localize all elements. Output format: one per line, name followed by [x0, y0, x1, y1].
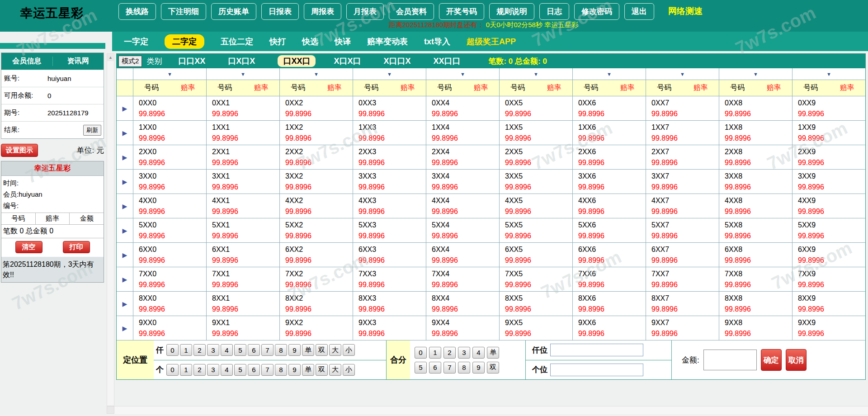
tab-6[interactable]: 赔率变动表 — [367, 36, 408, 47]
bet-cell-9XX4[interactable]: 9XX499.8996 — [426, 316, 500, 340]
bet-cell-5XX0[interactable]: 5XX099.8996 — [133, 218, 207, 242]
pos-key-个-2[interactable]: 2 — [193, 364, 206, 376]
set-image-button[interactable]: 设置图示 — [1, 144, 38, 157]
column-filter-dropdown[interactable]: ▼ — [719, 68, 793, 80]
bet-cell-7XX7[interactable]: 7XX799.8996 — [646, 267, 719, 291]
countdown-suffix-link[interactable]: 幸运五星彩 — [544, 21, 578, 28]
bet-cell-3XX5[interactable]: 3XX599.8996 — [500, 170, 573, 194]
row-expand-icon[interactable]: ▶ — [123, 325, 127, 332]
sum-key-双[interactable]: 双 — [487, 362, 499, 373]
bet-cell-3XX4[interactable]: 3XX499.8996 — [426, 170, 500, 194]
sum-key-3[interactable]: 3 — [458, 347, 470, 359]
bet-cell-0XX6[interactable]: 0XX699.8996 — [573, 96, 646, 120]
row-expand-cell[interactable]: ▶ — [117, 170, 133, 194]
pos-key-个-8[interactable]: 8 — [275, 364, 287, 376]
pos-key-仟-7[interactable]: 7 — [261, 344, 274, 356]
bet-cell-1XX9[interactable]: 1XX999.8996 — [793, 121, 865, 145]
amount-input[interactable] — [703, 350, 757, 370]
position-input-0[interactable] — [550, 344, 643, 356]
bet-cell-9XX5[interactable]: 9XX599.8996 — [500, 316, 573, 340]
bet-cell-6XX1[interactable]: 6XX199.8996 — [207, 243, 280, 267]
column-filter-dropdown[interactable]: ▼ — [207, 68, 280, 80]
bet-cell-0XX8[interactable]: 0XX899.8996 — [719, 96, 793, 120]
bet-cell-5XX4[interactable]: 5XX499.8996 — [426, 218, 500, 242]
sum-key-5[interactable]: 5 — [415, 362, 427, 373]
bet-cell-1XX1[interactable]: 1XX199.8996 — [207, 121, 280, 145]
tab-4[interactable]: 快选 — [302, 36, 318, 47]
column-filter-dropdown[interactable]: ▼ — [793, 68, 865, 80]
bet-cell-9XX2[interactable]: 9XX299.8996 — [280, 316, 353, 340]
bet-cell-4XX5[interactable]: 4XX599.8996 — [500, 194, 573, 218]
column-filter-dropdown[interactable]: ▼ — [280, 68, 353, 80]
sum-key-0[interactable]: 0 — [415, 347, 427, 359]
confirm-button[interactable]: 确定 — [761, 349, 782, 371]
pos-key-个-5[interactable]: 5 — [234, 364, 246, 376]
bet-cell-2XX3[interactable]: 2XX399.8996 — [353, 145, 426, 169]
mode-button[interactable]: 模式2 — [118, 56, 142, 67]
pos-key-仟-9[interactable]: 9 — [288, 344, 301, 356]
bet-cell-6XX8[interactable]: 6XX899.8996 — [719, 243, 793, 267]
bet-cell-7XX2[interactable]: 7XX299.8996 — [280, 267, 353, 291]
category-tab-5[interactable]: XX口口 — [433, 57, 460, 66]
pos-key-个-1[interactable]: 1 — [180, 364, 192, 376]
row-expand-icon[interactable]: ▶ — [123, 300, 127, 307]
bet-cell-6XX2[interactable]: 6XX299.8996 — [280, 243, 353, 267]
bet-cell-7XX5[interactable]: 7XX599.8996 — [500, 267, 573, 291]
pos-key-个-大[interactable]: 大 — [329, 364, 341, 376]
bet-cell-6XX4[interactable]: 6XX499.8996 — [426, 243, 500, 267]
nav-button-2[interactable]: 历史账单 — [211, 3, 256, 20]
pos-key-仟-6[interactable]: 6 — [248, 344, 260, 356]
pos-key-个-3[interactable]: 3 — [207, 364, 219, 376]
nav-button-3[interactable]: 日报表 — [261, 3, 299, 20]
sum-key-4[interactable]: 4 — [472, 347, 485, 359]
bet-cell-7XX4[interactable]: 7XX499.8996 — [426, 267, 500, 291]
row-expand-cell[interactable]: ▶ — [117, 145, 133, 169]
bet-cell-1XX8[interactable]: 1XX899.8996 — [719, 121, 793, 145]
bet-cell-3XX9[interactable]: 3XX999.8996 — [793, 170, 865, 194]
row-expand-cell[interactable]: ▶ — [117, 121, 133, 145]
tab-7[interactable]: txt导入 — [424, 36, 450, 47]
bet-cell-0XX7[interactable]: 0XX799.8996 — [646, 96, 719, 120]
bet-cell-4XX4[interactable]: 4XX499.8996 — [426, 194, 500, 218]
bet-cell-2XX1[interactable]: 2XX199.8996 — [207, 145, 280, 169]
row-expand-cell[interactable]: ▶ — [117, 292, 133, 316]
row-expand-icon[interactable]: ▶ — [123, 129, 127, 137]
bet-cell-1XX7[interactable]: 1XX799.8996 — [646, 121, 719, 145]
bet-cell-1XX0[interactable]: 1XX099.8996 — [133, 121, 207, 145]
row-expand-cell[interactable]: ▶ — [117, 316, 133, 340]
row-expand-icon[interactable]: ▶ — [123, 227, 127, 234]
refresh-button[interactable]: 刷新 — [83, 125, 101, 136]
row-expand-icon[interactable]: ▶ — [123, 178, 127, 185]
cancel-button[interactable]: 取消 — [786, 349, 807, 371]
bet-cell-1XX2[interactable]: 1XX299.8996 — [280, 121, 353, 145]
row-expand-cell[interactable]: ▶ — [117, 96, 133, 120]
bet-cell-1XX6[interactable]: 1XX699.8996 — [573, 121, 646, 145]
nav-button-11[interactable]: 退出 — [624, 3, 654, 20]
bet-cell-5XX5[interactable]: 5XX599.8996 — [500, 218, 573, 242]
bet-cell-0XX9[interactable]: 0XX999.8996 — [793, 96, 865, 120]
bet-cell-9XX8[interactable]: 9XX899.8996 — [719, 316, 793, 340]
pos-key-仟-3[interactable]: 3 — [207, 344, 219, 356]
bet-cell-0XX3[interactable]: 0XX399.8996 — [353, 96, 426, 120]
tab-0[interactable]: 一字定 — [124, 36, 148, 47]
pos-key-个-6[interactable]: 6 — [248, 364, 260, 376]
row-expand-cell[interactable]: ▶ — [117, 194, 133, 218]
row-expand-cell[interactable]: ▶ — [117, 267, 133, 291]
bet-cell-8XX2[interactable]: 8XX299.8996 — [280, 292, 353, 316]
category-tab-1[interactable]: 口X口X — [228, 57, 255, 66]
tab-5[interactable]: 快译 — [335, 36, 351, 47]
bet-cell-1XX5[interactable]: 1XX599.8996 — [500, 121, 573, 145]
nav-button-0[interactable]: 换线路 — [118, 3, 156, 20]
column-filter-dropdown[interactable]: ▼ — [573, 68, 646, 80]
bet-cell-3XX1[interactable]: 3XX199.8996 — [207, 170, 280, 194]
bet-cell-7XX6[interactable]: 7XX699.8996 — [573, 267, 646, 291]
bet-cell-8XX5[interactable]: 8XX599.8996 — [500, 292, 573, 316]
bet-cell-2XX5[interactable]: 2XX599.8996 — [500, 145, 573, 169]
bet-cell-7XX0[interactable]: 7XX099.8996 — [133, 267, 207, 291]
pos-key-个-小[interactable]: 小 — [343, 364, 355, 376]
tab-1[interactable]: 二字定 — [165, 34, 204, 49]
bet-cell-7XX9[interactable]: 7XX999.8996 — [793, 267, 865, 291]
bet-cell-8XX8[interactable]: 8XX899.8996 — [719, 292, 793, 316]
bet-cell-4XX9[interactable]: 4XX999.8996 — [793, 194, 865, 218]
bet-cell-5XX9[interactable]: 5XX999.8996 — [793, 218, 865, 242]
